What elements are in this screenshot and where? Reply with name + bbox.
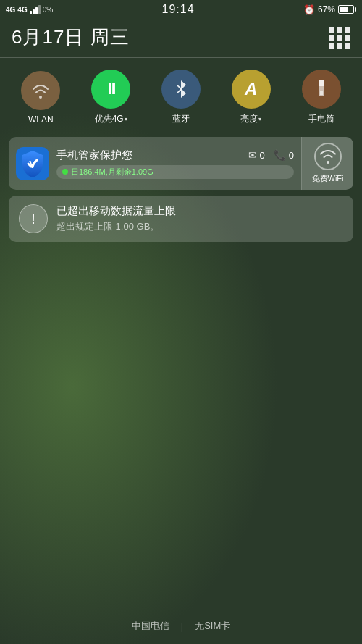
datalimit-subtitle: 超出规定上限 1.00 GB。 [56,220,176,233]
toggle-wlan[interactable]: WLAN [21,71,60,125]
battery-percent: 67% [318,4,335,14]
notif-title-row: 手机管家保护您 ✉ 0 📞 0 [56,149,294,162]
status-bar: 4G 4G 0% 19:14 ⏰ 67% [0,0,362,17]
datalimit-title: 已超出移动数据流量上限 [56,204,176,218]
data-usage-badge: 日186.4M,月剩余1.09G [56,165,294,179]
flashlight-circle [302,70,341,109]
wlan-label: WLAN [28,114,54,125]
notif-manager-title: 手机管家保护您 [56,149,132,162]
notif-manager-content: 手机管家保护您 ✉ 0 📞 0 日186.4M,月剩余1.0 [56,149,294,179]
battery-icon [338,5,356,14]
call-icon: 📞 [274,149,286,161]
free-wifi-label: 免费WiFi [312,173,344,184]
notif-datalimit-content: 已超出移动数据流量上限 超出规定上限 1.00 GB。 [56,204,176,233]
wlan-circle [21,71,60,110]
data-dot [62,169,68,175]
status-left: 4G 4G 0% [6,5,53,14]
manager-app-icon: V [16,147,49,180]
apps-grid-icon[interactable] [329,27,350,49]
call-count: 0 [289,150,294,161]
battery-percent-small: 0% [43,6,53,14]
email-count: 0 [260,150,265,161]
notif-badge-row: ✉ 0 📞 0 [248,149,294,161]
email-badge: ✉ 0 [248,149,265,161]
toggle-brightness[interactable]: A 亮度 ▾ [232,70,271,125]
bottom-bar: 中国电信 | 无SIM卡 [0,619,362,632]
sim-text: 无SIM卡 [195,619,230,632]
signal-4g-label: 4G [6,6,15,14]
toggle-priority4g[interactable]: ⏸ 优先4G ▾ [91,70,130,125]
data-usage-text: 日186.4M,月剩余1.09G [71,167,153,177]
brightness-label: 亮度 ▾ [240,113,261,125]
signal-4g-label2: 4G [17,6,27,14]
flashlight-label: 手电筒 [308,113,334,125]
email-icon: ✉ [248,149,257,161]
alarm-icon: ⏰ [303,4,315,15]
bluetooth-circle [161,70,201,109]
notifications-area: V 手机管家保护您 ✉ 0 📞 0 [0,131,362,248]
notif-wifi-side[interactable]: 免费WiFi [301,137,353,190]
quick-toggles: WLAN ⏸ 优先4G ▾ 蓝牙 A 亮度 ▾ [0,58,362,131]
call-badge: 📞 0 [274,149,294,161]
free-wifi-icon [314,143,342,170]
notif-manager-card[interactable]: V 手机管家保护您 ✉ 0 📞 0 [9,137,353,190]
toggle-flashlight[interactable]: 手电筒 [302,70,341,125]
priority4g-circle: ⏸ [91,70,130,109]
brightness-circle: A [232,70,271,109]
priority4g-label: 优先4G ▾ [95,113,127,125]
svg-text:V: V [29,159,36,170]
notif-datalimit-card[interactable]: ! 已超出移动数据流量上限 超出规定上限 1.00 GB。 [9,196,353,242]
notif-manager-main: V 手机管家保护您 ✉ 0 📞 0 [9,137,301,190]
warning-icon: ! [19,204,48,233]
date-text: 6月17日 周三 [12,25,130,50]
date-bar: 6月17日 周三 [0,17,362,57]
status-right: ⏰ 67% [303,4,356,15]
toggle-bluetooth[interactable]: 蓝牙 [161,70,201,125]
bottom-divider: | [181,621,183,632]
signal-bars [30,5,41,14]
bluetooth-label: 蓝牙 [172,113,190,125]
carrier-text: 中国电信 [132,619,169,632]
status-time: 19:14 [162,3,195,16]
